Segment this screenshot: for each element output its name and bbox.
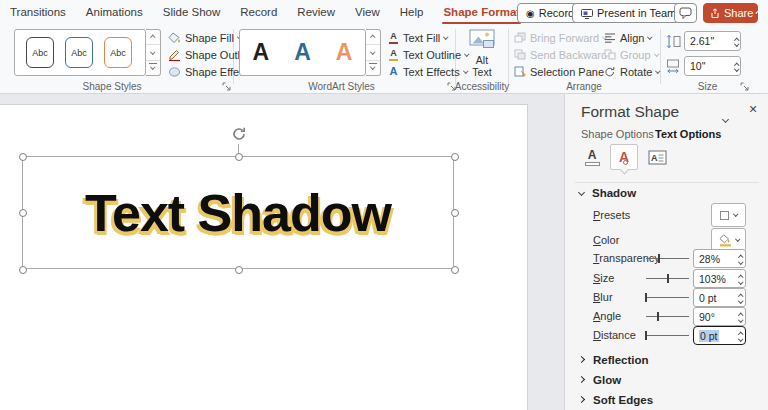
slider-thumb[interactable] xyxy=(645,293,647,302)
blur-label: Blur xyxy=(593,291,613,303)
share-icon xyxy=(710,8,720,18)
svg-text:A: A xyxy=(651,153,658,163)
pane-tab-shape-options[interactable]: Shape Options xyxy=(581,128,654,140)
align-icon xyxy=(604,32,616,43)
tab-animations[interactable]: Animations xyxy=(76,0,153,26)
size-dialog-launcher-icon[interactable] xyxy=(740,82,750,92)
angle-slider[interactable] xyxy=(646,316,689,317)
tab-transitions[interactable]: Transitions xyxy=(0,0,76,26)
resize-handle-middle-left[interactable] xyxy=(19,209,27,217)
shape-height-input[interactable]: 2.61" xyxy=(684,31,741,51)
shape-style-thumbnail[interactable]: Abc xyxy=(26,37,54,68)
rotate-handle-icon[interactable] xyxy=(231,126,247,142)
size-slider[interactable] xyxy=(646,278,689,279)
shape-style-thumbnail[interactable]: Abc xyxy=(104,37,132,68)
gallery-down-icon[interactable] xyxy=(146,45,160,60)
tab-view[interactable]: View xyxy=(345,0,390,26)
slide-text[interactable]: Text Shadow xyxy=(23,157,453,268)
wordart-sample[interactable]: A xyxy=(240,39,282,66)
shadow-size-row: Size 103% xyxy=(565,269,768,288)
shadow-section-header[interactable]: Shadow xyxy=(579,187,636,199)
spin-down-icon xyxy=(738,317,743,322)
gallery-more-icon[interactable] xyxy=(366,61,380,75)
pane-title: Format Shape xyxy=(581,103,679,121)
shadow-distance-row: Distance 0 pt xyxy=(565,326,768,345)
transparency-input[interactable]: 28% xyxy=(693,249,746,268)
wordart-sample[interactable]: A xyxy=(282,39,324,66)
text-fill-button[interactable]: A Text Fill xyxy=(388,30,469,45)
resize-handle-middle-right[interactable] xyxy=(451,209,459,217)
pane-close-icon[interactable]: × xyxy=(749,101,757,117)
tab-slide-show[interactable]: Slide Show xyxy=(153,0,231,26)
gallery-up-icon[interactable] xyxy=(366,30,380,45)
shape-width-input[interactable]: 10" xyxy=(684,56,741,76)
text-outline-button[interactable]: A Text Outline xyxy=(388,47,469,62)
comments-button[interactable] xyxy=(674,3,697,23)
resize-handle-top-right[interactable] xyxy=(451,153,459,161)
tab-record[interactable]: Record xyxy=(230,0,287,26)
size-group-label: Size xyxy=(665,81,750,92)
presets-label: Presets xyxy=(593,209,630,221)
present-in-teams-button[interactable]: Present in Teams xyxy=(572,3,691,23)
resize-handle-top-left[interactable] xyxy=(19,153,27,161)
gallery-down-icon[interactable] xyxy=(366,45,380,60)
textbox-tab-icon[interactable]: A xyxy=(643,144,671,170)
format-shape-pane: Format Shape × Shape Options Text Option… xyxy=(564,94,768,410)
shape-styles-gallery-scroll[interactable] xyxy=(146,29,161,76)
slider-thumb[interactable] xyxy=(667,274,669,283)
gallery-more-icon[interactable] xyxy=(146,61,160,75)
angle-input[interactable]: 90° xyxy=(693,307,746,326)
text-fill-outline-tab-icon[interactable]: A xyxy=(578,144,606,170)
shape-styles-group-label: Shape Styles xyxy=(14,81,210,92)
group-icon xyxy=(604,49,616,60)
text-effects-button[interactable]: A Text Effects xyxy=(388,64,469,79)
tab-shape-format[interactable]: Shape Format xyxy=(433,0,530,26)
reflection-section-header[interactable]: Reflection xyxy=(579,354,649,366)
teams-icon xyxy=(581,8,593,19)
resize-handle-bottom-middle[interactable] xyxy=(235,266,243,274)
soft-edges-section-header[interactable]: Soft Edges xyxy=(579,394,653,406)
slider-thumb[interactable] xyxy=(657,312,659,321)
alt-text-button[interactable]: Alt Text xyxy=(458,29,506,78)
resize-handle-bottom-right[interactable] xyxy=(451,266,459,274)
spin-down-icon xyxy=(734,41,739,46)
slide[interactable]: Text Shadow xyxy=(0,104,528,410)
text-effects-tab-icon[interactable]: A xyxy=(610,144,638,170)
record-icon: ◉ xyxy=(526,8,535,19)
pen-icon xyxy=(168,49,181,61)
shape-styles-gallery[interactable]: Abc Abc Abc xyxy=(14,29,146,76)
distance-slider[interactable] xyxy=(646,335,689,336)
size-input[interactable]: 103% xyxy=(693,269,746,288)
wordart-gallery[interactable]: A A A xyxy=(239,29,366,76)
slider-thumb[interactable] xyxy=(658,254,660,263)
glow-section-header[interactable]: Glow xyxy=(579,374,621,386)
gallery-up-icon[interactable] xyxy=(146,30,160,45)
shadow-presets-dropdown[interactable] xyxy=(711,203,746,227)
tab-help[interactable]: Help xyxy=(390,0,434,26)
resize-handle-bottom-left[interactable] xyxy=(19,266,27,274)
pane-collapse-chevron-icon[interactable] xyxy=(723,108,728,126)
blur-input[interactable]: 0 pt xyxy=(693,288,746,307)
pane-tab-text-options[interactable]: Text Options xyxy=(655,128,721,140)
rotate-button[interactable]: Rotate xyxy=(604,64,660,79)
wordart-gallery-scroll[interactable] xyxy=(366,29,381,76)
blur-slider[interactable] xyxy=(646,297,689,298)
shadow-color-row: Color xyxy=(565,231,768,250)
tab-review[interactable]: Review xyxy=(287,0,345,26)
distance-input[interactable]: 0 pt xyxy=(693,326,746,345)
transparency-slider[interactable] xyxy=(646,258,689,259)
resize-handle-top-middle[interactable] xyxy=(235,153,243,161)
alt-text-image-icon xyxy=(469,29,496,50)
textbox-selection[interactable]: Text Shadow xyxy=(22,156,454,269)
wordart-sample[interactable]: A xyxy=(323,39,365,66)
shape-styles-dialog-launcher-icon[interactable] xyxy=(222,82,232,92)
send-backward-button: Send Backward xyxy=(514,47,615,62)
share-button[interactable]: Share xyxy=(703,3,758,23)
align-button[interactable]: Align xyxy=(604,30,660,45)
shadow-angle-row: Angle 90° xyxy=(565,307,768,326)
shape-style-thumbnail[interactable]: Abc xyxy=(65,37,93,68)
text-effects-icon: A xyxy=(388,66,399,77)
slider-thumb[interactable] xyxy=(645,331,647,340)
paint-bucket-icon xyxy=(168,32,181,44)
selection-pane-button[interactable]: Selection Pane xyxy=(514,64,615,79)
